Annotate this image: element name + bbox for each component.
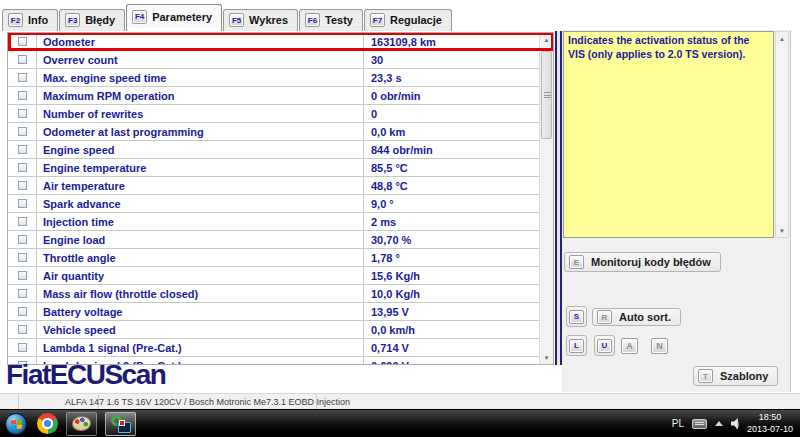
panel-splitter[interactable] xyxy=(555,31,562,365)
n-key-icon[interactable]: N xyxy=(651,338,668,354)
clock-time: 18:50 xyxy=(759,412,782,422)
windows-logo-icon xyxy=(11,419,22,429)
row-checkbox[interactable] xyxy=(18,307,27,316)
row-checkbox[interactable] xyxy=(18,181,27,190)
parameter-value: 0,0 km/h xyxy=(363,321,539,338)
taskbar-clock[interactable]: 18:50 2013-07-10 xyxy=(747,412,793,435)
row-checkbox-cell xyxy=(8,159,36,176)
table-row[interactable]: Vehicle speed 0,0 km/h xyxy=(8,321,539,339)
table-row[interactable]: Mass air flow (throttle closed) 10,0 Kg/… xyxy=(8,285,539,303)
row-checkbox[interactable] xyxy=(18,343,27,352)
info-scroll-down-icon[interactable]: ▼ xyxy=(776,224,788,237)
row-checkbox[interactable] xyxy=(18,55,27,64)
parameter-value: 0,0 km xyxy=(363,123,539,140)
e-key-icon: E xyxy=(569,255,584,269)
scroll-up-icon[interactable]: ▲ xyxy=(540,33,553,46)
parameter-value: 0,714 V xyxy=(363,339,539,356)
l-key-icon: L xyxy=(569,339,584,353)
row-checkbox[interactable] xyxy=(18,289,27,298)
table-row[interactable]: Overrev count 30 xyxy=(8,51,539,69)
table-row[interactable]: Max. engine speed time 23,3 s xyxy=(8,69,539,87)
l-key-button[interactable]: L xyxy=(566,335,587,356)
table-row[interactable]: Battery voltage 13,95 V xyxy=(8,303,539,321)
row-checkbox[interactable] xyxy=(18,73,27,82)
row-checkbox-cell xyxy=(8,33,36,50)
speaker-icon xyxy=(731,418,742,429)
table-row[interactable]: Spark advance 9,0 ° xyxy=(8,195,539,213)
chrome-icon[interactable] xyxy=(37,413,58,434)
row-checkbox[interactable] xyxy=(18,199,27,208)
row-checkbox[interactable] xyxy=(18,163,27,172)
parameter-value: 0 xyxy=(363,105,539,122)
auto-sort-button[interactable]: R Auto sort. xyxy=(592,308,681,326)
table-scrollbar[interactable]: ▲ ▼ xyxy=(539,33,553,364)
row-checkbox[interactable] xyxy=(18,325,27,334)
app-logo: FiatECUScan xyxy=(6,359,165,391)
row-checkbox-cell xyxy=(8,231,36,248)
row-checkbox[interactable] xyxy=(18,127,27,136)
parameter-name: Throttle angle xyxy=(36,249,363,266)
row-checkbox[interactable] xyxy=(18,145,27,154)
info-scrollbar[interactable]: ▲ ▼ xyxy=(775,31,789,238)
tab-parametery[interactable]: F4 Parametery xyxy=(126,4,222,31)
table-row[interactable]: Throttle angle 1,78 ° xyxy=(8,249,539,267)
scrollbar-grip-icon xyxy=(544,92,551,98)
language-indicator[interactable]: PL xyxy=(672,418,684,429)
table-row[interactable]: Odometer at last programming 0,0 km xyxy=(8,123,539,141)
table-row[interactable]: Engine speed 844 obr/min xyxy=(8,141,539,159)
vehicle-info: ALFA 147 1.6 TS 16V 120CV / Bosch Motron… xyxy=(99,394,317,409)
row-checkbox-cell xyxy=(8,141,36,158)
row-checkbox[interactable] xyxy=(18,91,27,100)
paint-taskbar-button[interactable] xyxy=(66,412,97,436)
fkey-icon: F3 xyxy=(65,13,80,27)
tab-regulacje[interactable]: F7 Regulacje xyxy=(364,9,452,31)
fiatecuscan-taskbar-button[interactable] xyxy=(105,412,136,436)
table-row[interactable]: Maximum RPM operation 0 obr/min xyxy=(8,87,539,105)
table-row[interactable]: Engine load 30,70 % xyxy=(8,231,539,249)
auto-sort-label: Auto sort. xyxy=(619,311,671,323)
row-checkbox[interactable] xyxy=(18,235,27,244)
row-checkbox[interactable] xyxy=(18,109,27,118)
parameter-value: 30 xyxy=(363,51,539,68)
scrollbar-thumb[interactable] xyxy=(541,51,552,139)
hidden-icons-arrow-icon[interactable] xyxy=(715,421,723,426)
tab-info[interactable]: F2 Info xyxy=(2,9,58,31)
parameter-name: Injection time xyxy=(36,213,363,230)
a-key-icon[interactable]: A xyxy=(621,338,638,354)
table-row[interactable]: Odometer 163109,8 km xyxy=(8,33,539,51)
tab-błędy[interactable]: F3 Błędy xyxy=(59,9,125,31)
volume-control[interactable]: ) xyxy=(731,418,739,429)
s-key-button[interactable]: S xyxy=(566,306,587,327)
u-key-button[interactable]: U xyxy=(594,335,615,356)
s-key-icon: S xyxy=(569,310,584,324)
start-button[interactable] xyxy=(5,413,27,435)
parameter-name: Lambda 1 signal (Pre-Cat.) xyxy=(36,339,363,356)
parameter-value: 0 obr/min xyxy=(363,87,539,104)
info-scroll-up-icon[interactable]: ▲ xyxy=(776,32,788,45)
row-checkbox[interactable] xyxy=(18,271,27,280)
parameter-value: 13,95 V xyxy=(363,303,539,320)
scroll-down-icon[interactable]: ▼ xyxy=(540,351,553,364)
keyboard-icon[interactable] xyxy=(692,419,707,429)
table-row[interactable]: Number of rewrites 0 xyxy=(8,105,539,123)
templates-button[interactable]: T Szablony xyxy=(693,366,778,386)
parameter-value: 0,690 V xyxy=(363,357,539,365)
templates-label: Szablony xyxy=(720,370,768,382)
tab-testy[interactable]: F6 Testy xyxy=(299,9,363,31)
monitor-error-codes-label: Monitoruj kody błędów xyxy=(591,256,711,268)
parameter-value: 1,78 ° xyxy=(363,249,539,266)
tab-label: Info xyxy=(28,14,48,26)
tab-wykres[interactable]: F5 Wykres xyxy=(223,9,298,31)
row-checkbox[interactable] xyxy=(18,253,27,262)
table-row[interactable]: Injection time 2 ms xyxy=(8,213,539,231)
status-cell-empty-1 xyxy=(0,394,19,409)
table-row[interactable]: Air quantity 15,6 Kg/h xyxy=(8,267,539,285)
parameter-name: Overrev count xyxy=(36,51,363,68)
table-row[interactable]: Lambda 1 signal (Pre-Cat.) 0,714 V xyxy=(8,339,539,357)
parameter-value: 9,0 ° xyxy=(363,195,539,212)
row-checkbox[interactable] xyxy=(18,37,27,46)
row-checkbox[interactable] xyxy=(18,217,27,226)
table-row[interactable]: Engine temperature 85,5 °C xyxy=(8,159,539,177)
table-row[interactable]: Air temperature 48,8 °C xyxy=(8,177,539,195)
monitor-error-codes-button[interactable]: E Monitoruj kody błędów xyxy=(564,252,721,272)
